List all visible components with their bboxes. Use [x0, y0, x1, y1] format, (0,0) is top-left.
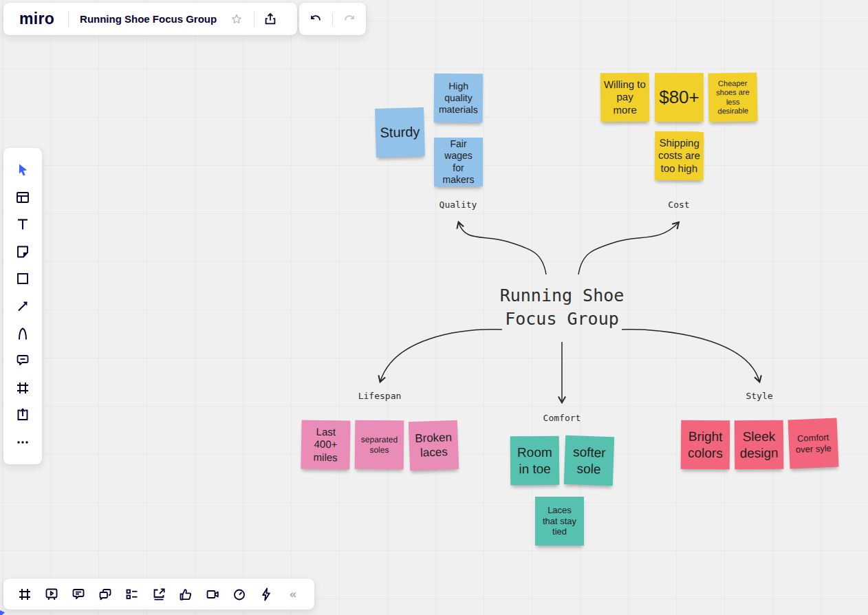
share-screen-button[interactable]: [147, 583, 171, 606]
shapes-icon: [14, 270, 31, 287]
miro-logo[interactable]: miro: [19, 10, 54, 28]
upload-tool-button[interactable]: [11, 403, 34, 427]
notes-icon: [70, 586, 87, 603]
sticky-note-shipping-costs[interactable]: Shipping costs are too high: [655, 131, 704, 181]
upload-icon: [14, 407, 31, 423]
star-button[interactable]: [225, 8, 248, 31]
board-title[interactable]: Running Shoe Focus Group: [80, 13, 217, 25]
branch-label-cost[interactable]: Cost: [668, 199, 689, 210]
sticky-note-last-400-miles[interactable]: Last 400+ miles: [301, 420, 350, 469]
templates-tool-button[interactable]: [11, 186, 34, 209]
sticky-note-bright-colors[interactable]: Bright colors: [681, 420, 730, 470]
collaborator-cursor-fragment: [0, 610, 5, 615]
templates-icon: [14, 189, 31, 206]
branch-label-quality[interactable]: Quality: [440, 199, 477, 210]
export-icon: [263, 12, 278, 27]
connector-style[interactable]: [622, 330, 759, 381]
central-topic-line2: Focus Group: [500, 308, 625, 331]
more-icon: [14, 434, 31, 451]
timer-icon: [231, 586, 248, 603]
collaboration-toolbar-panel: «: [3, 579, 314, 609]
collapse-icon: «: [290, 587, 297, 601]
central-topic-line1: Running Shoe: [500, 284, 625, 308]
frame-icon: [14, 380, 31, 396]
sticky-note-separated-soles[interactable]: separated soles: [355, 420, 404, 470]
cards-icon: [124, 586, 140, 603]
chat-button[interactable]: [94, 583, 117, 606]
connector-quality[interactable]: [459, 223, 546, 274]
text-icon: [14, 216, 31, 233]
star-icon: [230, 12, 243, 26]
branch-label-style[interactable]: Style: [746, 391, 772, 401]
timer-button[interactable]: [228, 583, 251, 606]
redo-button[interactable]: [338, 8, 361, 31]
undo-button[interactable]: [304, 8, 327, 31]
mindmap-central-topic[interactable]: Running Shoe Focus Group: [500, 284, 625, 331]
cursor-icon: [14, 162, 31, 178]
presentation-icon: [43, 586, 60, 603]
lightning-icon: [258, 586, 274, 603]
sticky-note-icon: [14, 244, 31, 260]
sticky-note-tool-button[interactable]: [11, 240, 34, 263]
board-header-panel: miro Running Shoe Focus Group: [3, 3, 297, 35]
chat-icon: [97, 586, 113, 603]
video-call-button[interactable]: [201, 583, 224, 606]
sticky-note-softer-sole[interactable]: softer sole: [564, 435, 614, 486]
divider: [68, 11, 69, 28]
board-canvas[interactable]: Running Shoe Focus Group Quality Cost Li…: [0, 0, 868, 615]
connector-icon: [14, 298, 31, 314]
connector-lifespan[interactable]: [380, 330, 502, 381]
undo-redo-panel: [299, 3, 366, 35]
sticky-note-broken-laces[interactable]: Broken laces: [409, 420, 459, 471]
undo-icon: [308, 12, 323, 27]
export-button[interactable]: [259, 8, 282, 31]
reactions-icon: [177, 586, 194, 603]
sticky-note-willing-to-pay[interactable]: Willing to pay more: [600, 73, 650, 122]
quick-actions-button[interactable]: [254, 583, 278, 606]
sticky-note-comfort-over-syle[interactable]: Comfort over syle: [788, 418, 838, 468]
reactions-button[interactable]: [174, 583, 197, 606]
sticky-note-fair-wages[interactable]: Fair wages for makers: [434, 138, 483, 186]
shapes-tool-button[interactable]: [11, 267, 34, 290]
presentation-button[interactable]: [40, 583, 63, 606]
notes-button[interactable]: [67, 583, 90, 606]
sticky-note-sleek-design[interactable]: Sleek design: [735, 420, 784, 470]
sticky-note-80-plus[interactable]: $80+: [655, 73, 704, 122]
sticky-note-laces-stay-tied[interactable]: Laces that stay tied: [535, 497, 584, 546]
collapse-toolbar-button[interactable]: «: [281, 583, 305, 606]
divider: [254, 11, 254, 28]
frames-panel-button[interactable]: [13, 583, 36, 606]
branch-label-lifespan[interactable]: Lifespan: [358, 391, 402, 401]
cards-button[interactable]: [120, 583, 144, 606]
branch-label-comfort[interactable]: Comfort: [543, 413, 581, 423]
redo-icon: [342, 12, 357, 27]
more-tools-button[interactable]: [11, 431, 34, 454]
sticky-note-room-in-toe[interactable]: Room in toe: [510, 436, 560, 486]
divider: [332, 12, 333, 26]
video-call-icon: [204, 586, 221, 603]
sticky-note-high-quality-materials[interactable]: High quality materials: [434, 74, 484, 123]
connector-tool-button[interactable]: [11, 294, 34, 318]
share-screen-icon: [151, 586, 167, 603]
pen-icon: [14, 325, 31, 342]
pen-tool-button[interactable]: [11, 322, 34, 345]
connector-cost[interactable]: [578, 223, 678, 274]
creation-toolbar-panel: [3, 148, 42, 464]
sticky-note-cheaper-shoes[interactable]: Cheaper shoes are less desirable: [708, 72, 757, 122]
comment-tool-button[interactable]: [11, 349, 34, 372]
frame-tool-button[interactable]: [11, 376, 34, 400]
text-tool-button[interactable]: [11, 213, 34, 236]
comment-icon: [14, 352, 31, 369]
frames-icon: [17, 586, 33, 603]
sticky-note-sturdy[interactable]: Sturdy: [375, 107, 425, 158]
select-tool-button[interactable]: [11, 158, 34, 182]
